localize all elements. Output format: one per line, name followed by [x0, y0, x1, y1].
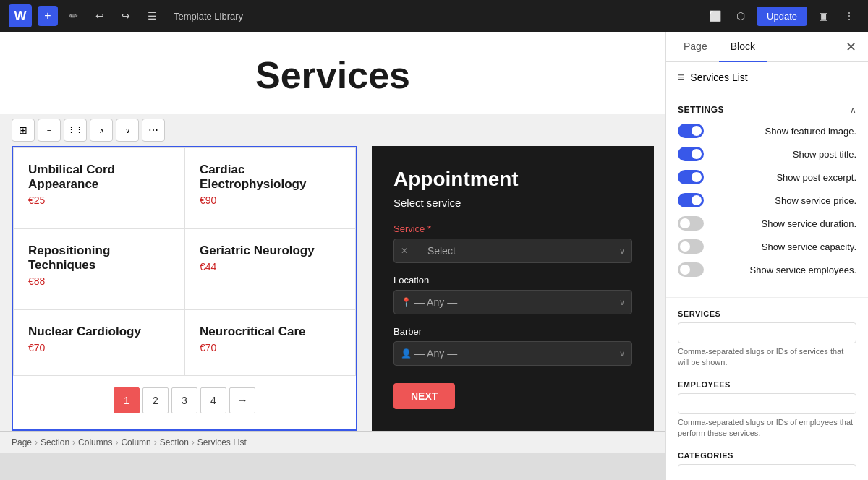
toggle-row: Show post excerpt.	[678, 170, 856, 184]
service-field: Service * ✕ — Select — ∨	[393, 223, 632, 263]
undo-button[interactable]: ↩	[90, 6, 110, 26]
breadcrumb-separator: ›	[154, 437, 157, 447]
breadcrumb-separator: ›	[35, 437, 38, 447]
breadcrumb-separator: ›	[115, 437, 118, 447]
page-1-button[interactable]: 1	[114, 387, 140, 413]
service-label: Service *	[393, 223, 632, 234]
location-chevron-icon: ∨	[619, 298, 625, 307]
more-options-button[interactable]: ⋮	[839, 6, 859, 26]
toggle-row: Show post title.	[678, 147, 856, 161]
toggle-list: Show featured image. Show post title. Sh…	[678, 124, 856, 277]
categories-input-field: CATEGORIES Comma-separated slugs or IDs …	[678, 451, 856, 480]
toggle-switch-4[interactable]	[678, 216, 704, 231]
menu-button[interactable]: ☰	[142, 6, 162, 26]
toggle-switch-0[interactable]	[678, 124, 704, 138]
service-card: Repositioning Techniques€88	[13, 228, 184, 309]
employees-input[interactable]	[678, 393, 856, 414]
panel-tabs: Page Block ✕	[666, 32, 868, 62]
categories-input-label: CATEGORIES	[678, 451, 856, 460]
tools-button[interactable]: ✏	[64, 6, 84, 26]
redo-button[interactable]: ↪	[116, 6, 136, 26]
service-price: €70	[28, 342, 169, 353]
service-name: Cardiac Electrophysiology	[200, 163, 341, 192]
services-input-field: SERVICES Comma-separated slugs or IDs of…	[678, 309, 856, 369]
service-name: Nuclear Cardiology	[28, 325, 169, 339]
page-title-toolbar: Template Library	[174, 11, 243, 22]
barber-select[interactable]: — Any —	[393, 341, 632, 366]
list-icon-button[interactable]: ≡	[38, 119, 61, 142]
settings-header: Settings ∧	[678, 105, 856, 115]
toggle-switch-1[interactable]	[678, 147, 704, 161]
service-price: €44	[200, 261, 341, 273]
page-3-button[interactable]: 3	[171, 387, 197, 413]
panel-close-button[interactable]: ✕	[840, 32, 862, 61]
services-input[interactable]	[678, 322, 856, 343]
toggle-switch-2[interactable]	[678, 170, 704, 184]
content-row: Umbilical Cord Appearance€25Cardiac Elec…	[0, 146, 665, 431]
page-heading: Services	[58, 53, 608, 97]
barber-select-wrap: 👤 — Any — ∨	[393, 341, 632, 366]
toggle-label-4: Show service duration.	[761, 218, 856, 229]
preview-external-button[interactable]: ⬡	[731, 6, 751, 26]
categories-input[interactable]	[678, 464, 856, 480]
service-card: Nuclear Cardiology€70	[13, 309, 184, 376]
service-chevron-icon: ∨	[619, 247, 625, 256]
move-up-button[interactable]: ∧	[90, 119, 113, 142]
next-page-button[interactable]: →	[229, 387, 255, 413]
toggle-label-2: Show post excerpt.	[776, 172, 856, 183]
service-name: Geriatric Neurology	[200, 244, 341, 258]
service-select[interactable]: — Select —	[393, 239, 632, 263]
breadcrumb-separator: ›	[192, 437, 195, 447]
tab-block[interactable]: Block	[719, 32, 767, 62]
breadcrumb-item[interactable]: Page	[12, 437, 32, 447]
update-button[interactable]: Update	[757, 7, 807, 26]
panel-block-header: ≡ Services List	[666, 62, 868, 93]
toolbar: W + ✏ ↩ ↪ ☰ Template Library ⬜ ⬡ Update …	[0, 0, 868, 32]
toggle-label-3: Show service price.	[775, 195, 856, 206]
toggle-label-6: Show service employees.	[750, 265, 856, 275]
breadcrumb-item[interactable]: Section	[41, 437, 69, 447]
right-panel: Page Block ✕ ≡ Services List Settings ∧ …	[665, 32, 868, 480]
breadcrumb-item[interactable]: Services List	[197, 437, 247, 447]
preview-desktop-button[interactable]: ⬜	[705, 6, 725, 26]
block-more-button[interactable]: ⋯	[142, 119, 165, 142]
wp-logo[interactable]: W	[9, 4, 32, 27]
service-card: Geriatric Neurology€44	[184, 228, 356, 309]
location-label: Location	[393, 275, 632, 286]
breadcrumb-item[interactable]: Columns	[78, 437, 112, 447]
toggle-switch-3[interactable]	[678, 193, 704, 207]
page-4-button[interactable]: 4	[200, 387, 226, 413]
page-2-button[interactable]: 2	[142, 387, 169, 413]
toggle-label-1: Show post title.	[793, 149, 856, 160]
service-price: €70	[200, 342, 341, 353]
move-down-button[interactable]: ∨	[116, 119, 139, 142]
toggle-row: Show service price.	[678, 193, 856, 207]
settings-section: Settings ∧ Show featured image. Show pos…	[666, 93, 868, 298]
panel-block-title: Services List	[690, 72, 747, 83]
toggle-switch-5[interactable]	[678, 239, 704, 254]
editor-area: Services ⊞ ≡ ⋮⋮ ∧ ∨ ⋯ Umbilical Cord App…	[0, 32, 665, 480]
add-block-button[interactable]: +	[38, 6, 58, 26]
grid-view-button[interactable]: ⊞	[12, 119, 35, 142]
services-input-label: SERVICES	[678, 309, 856, 318]
employees-input-field: EMPLOYEES Comma-separated slugs or IDs o…	[678, 380, 856, 440]
breadcrumb-item[interactable]: Column	[121, 437, 150, 447]
service-price: €90	[200, 194, 341, 206]
toggle-row: Show service capacity.	[678, 239, 856, 254]
main-layout: Services ⊞ ≡ ⋮⋮ ∧ ∨ ⋯ Umbilical Cord App…	[0, 32, 868, 480]
breadcrumb-item[interactable]: Section	[160, 437, 189, 447]
breadcrumb-separator: ›	[72, 437, 75, 447]
services-help: Comma-separated slugs or IDs of services…	[678, 346, 856, 369]
service-price: €88	[28, 275, 169, 287]
location-select[interactable]: — Any —	[393, 290, 632, 314]
toggle-switch-6[interactable]	[678, 262, 704, 277]
sidebar-toggle-button[interactable]: ▣	[813, 6, 833, 26]
service-card: Umbilical Cord Appearance€25	[13, 147, 184, 228]
next-button[interactable]: NEXT	[393, 383, 455, 409]
barber-chevron-icon: ∨	[619, 349, 625, 359]
drag-handle-button[interactable]: ⋮⋮	[64, 119, 87, 142]
tab-page[interactable]: Page	[672, 32, 719, 62]
service-select-icon: ✕	[401, 246, 408, 256]
settings-collapse-icon[interactable]: ∧	[850, 105, 856, 115]
services-list-block: Umbilical Cord Appearance€25Cardiac Elec…	[12, 146, 357, 431]
